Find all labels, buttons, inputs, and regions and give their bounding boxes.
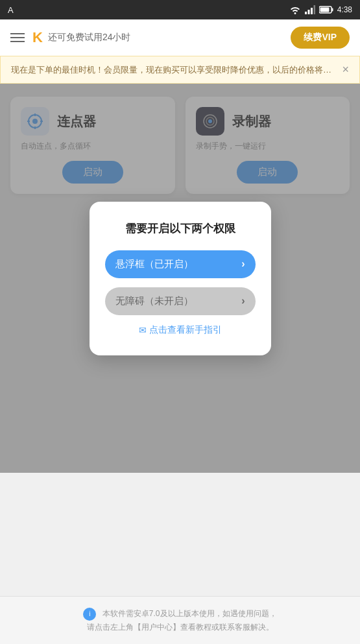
time-display: 4:38 — [337, 5, 352, 14]
header-left: K 还可免费试用24小时 — [10, 29, 130, 46]
accessibility-button[interactable]: 无障碍（未开启） › — [105, 287, 256, 315]
accessibility-label: 无障碍（未开启） — [115, 295, 193, 307]
battery-icon — [319, 6, 333, 14]
permissions-dialog: 需要开启以下两个权限 悬浮框（已开启） › 无障碍（未开启） › ✉ 点击查看新… — [90, 202, 271, 355]
footer-line1: 本软件需安卓7.0及以上版本使用，如遇使用问题， — [102, 609, 277, 618]
floating-window-arrow-icon: › — [241, 258, 245, 270]
logo-area: K 还可免费试用24小时 — [32, 29, 130, 46]
svg-rect-1 — [307, 10, 309, 14]
main-content: 连点器 自动连点，多点循环 启动 录制器 录制手势，一键运行 启动 — [0, 84, 360, 473]
banner-text: 现在是下单的最佳时机！会员限量，现在购买可以享受限时降价优惠，以后的价格将会逐步… — [11, 64, 337, 76]
footer-line2: 请点击左上角【用户中心】查看教程或联系客服解决。 — [87, 623, 274, 632]
dialog-title: 需要开启以下两个权限 — [105, 221, 256, 236]
menu-button[interactable] — [10, 33, 25, 42]
header-subtitle: 还可免费试用24小时 — [48, 32, 131, 43]
banner-close-button[interactable]: × — [342, 63, 349, 77]
status-bar: A 4:38 — [0, 0, 360, 19]
svg-rect-6 — [320, 8, 329, 12]
footer-info-icon: i — [83, 608, 96, 621]
svg-rect-3 — [313, 5, 315, 14]
accessibility-arrow-icon: › — [241, 295, 245, 307]
floating-window-label: 悬浮框（已开启） — [115, 258, 193, 270]
guide-link[interactable]: ✉ 点击查看新手指引 — [105, 324, 256, 336]
signal-icon — [305, 5, 315, 14]
vip-button[interactable]: 续费VIP — [291, 27, 350, 49]
app-label: A — [8, 5, 14, 15]
svg-rect-5 — [331, 8, 333, 12]
dialog-overlay: 需要开启以下两个权限 悬浮框（已开启） › 无障碍（未开启） › ✉ 点击查看新… — [0, 84, 360, 473]
guide-link-icon: ✉ — [139, 325, 147, 335]
status-left: A — [8, 5, 14, 15]
app-header: K 还可免费试用24小时 续费VIP — [0, 19, 360, 56]
floating-window-button[interactable]: 悬浮框（已开启） › — [105, 250, 256, 278]
app-footer: i 本软件需安卓7.0及以上版本使用，如遇使用问题， 请点击左上角【用户中心】查… — [0, 596, 360, 644]
svg-rect-0 — [305, 12, 307, 14]
status-right: 4:38 — [289, 5, 352, 14]
wifi-icon — [289, 5, 301, 14]
promo-banner: 现在是下单的最佳时机！会员限量，现在购买可以享受限时降价优惠，以后的价格将会逐步… — [0, 56, 360, 84]
svg-rect-2 — [311, 8, 313, 14]
guide-link-text: 点击查看新手指引 — [149, 324, 222, 336]
logo-symbol: K — [32, 29, 43, 46]
